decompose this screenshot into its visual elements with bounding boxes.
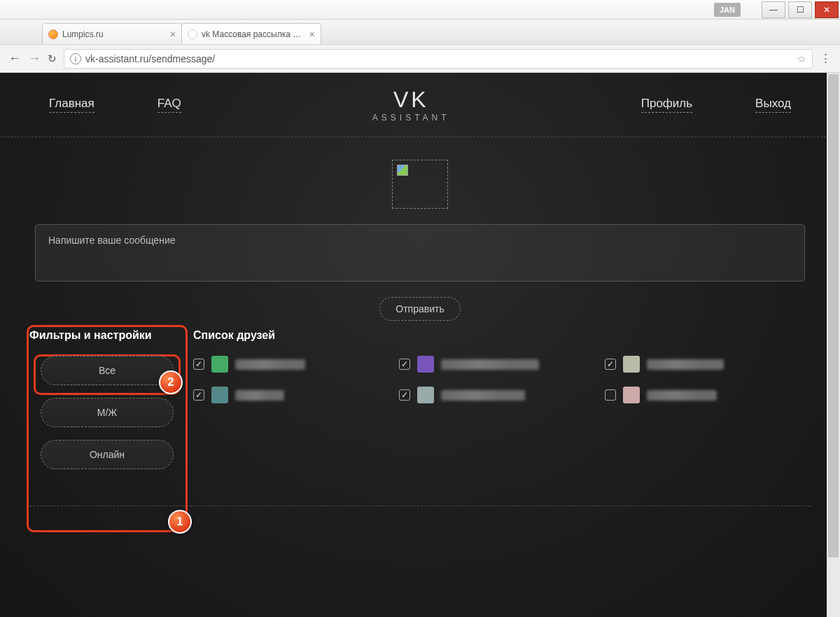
site-top-nav: Главная FAQ VK ASSISTANT Профиль Выход bbox=[0, 73, 840, 137]
filter-label: Все bbox=[99, 365, 115, 376]
reload-button[interactable]: ↻ bbox=[48, 53, 57, 65]
avatar-placeholder[interactable] bbox=[392, 160, 448, 209]
friend-item[interactable]: ✓ bbox=[605, 387, 811, 403]
friends-title: Список друзей bbox=[193, 329, 811, 342]
annotation-callout-1: 1 bbox=[168, 510, 192, 534]
friend-name-blurred bbox=[441, 390, 525, 401]
forward-button[interactable]: → bbox=[28, 51, 41, 66]
filter-label: Онлайн bbox=[90, 449, 125, 460]
friend-checkbox[interactable]: ✓ bbox=[193, 389, 204, 401]
friend-item[interactable]: ✓ bbox=[605, 356, 811, 373]
avatar bbox=[623, 356, 640, 373]
favicon-icon bbox=[188, 29, 197, 39]
tab-vk-assistant[interactable]: vk Массовая рассылка соо... × bbox=[181, 23, 321, 44]
nav-left: Главная FAQ bbox=[49, 97, 181, 113]
browser-menu-icon[interactable]: ⋮ bbox=[820, 51, 832, 66]
vertical-scrollbar[interactable] bbox=[827, 73, 840, 617]
nav-right: Профиль Выход bbox=[641, 97, 791, 113]
address-input[interactable]: i vk-assistant.ru/sendmessage/ ☆ bbox=[64, 49, 813, 69]
os-titlebar: JAN — ☐ ✕ bbox=[0, 0, 840, 20]
friend-checkbox[interactable]: ✓ bbox=[399, 359, 410, 370]
friend-name-blurred bbox=[235, 390, 284, 401]
close-window-button[interactable]: ✕ bbox=[815, 1, 839, 18]
avatar bbox=[417, 356, 434, 373]
tab-lumpics[interactable]: Lumpics.ru × bbox=[42, 23, 182, 44]
filter-all-button[interactable]: Все 2 bbox=[41, 356, 174, 385]
filter-label: М/Ж bbox=[97, 407, 117, 418]
avatar bbox=[211, 356, 228, 373]
message-placeholder: Напишите ваше сообщение bbox=[48, 235, 176, 246]
favicon-icon bbox=[48, 29, 58, 39]
friend-name-blurred bbox=[647, 359, 724, 370]
friend-item[interactable]: ✓ bbox=[193, 387, 399, 403]
tab-title: vk Массовая рассылка соо... bbox=[202, 29, 305, 39]
site-logo[interactable]: VK ASSISTANT bbox=[372, 87, 450, 123]
os-badge: JAN bbox=[714, 3, 741, 17]
friends-panel: Список друзей ✓✓✓✓✓✓ bbox=[193, 329, 811, 403]
close-tab-icon[interactable]: × bbox=[170, 29, 176, 40]
friend-item[interactable]: ✓ bbox=[193, 356, 399, 373]
annotation-callout-2: 2 bbox=[159, 370, 183, 394]
close-tab-icon[interactable]: × bbox=[309, 29, 315, 40]
nav-logout[interactable]: Выход bbox=[755, 97, 791, 113]
broken-image-icon bbox=[397, 165, 408, 176]
friend-checkbox[interactable]: ✓ bbox=[193, 359, 204, 370]
message-input[interactable]: Напишите ваше сообщение bbox=[35, 224, 805, 282]
avatar bbox=[623, 387, 640, 403]
avatar bbox=[417, 387, 434, 403]
filter-online-button[interactable]: Онлайн bbox=[41, 440, 174, 469]
friend-checkbox[interactable]: ✓ bbox=[605, 389, 616, 401]
filter-gender-button[interactable]: М/Ж bbox=[41, 398, 174, 427]
friend-item[interactable]: ✓ bbox=[399, 356, 605, 373]
logo-sub: ASSISTANT bbox=[372, 113, 450, 123]
friend-item[interactable]: ✓ bbox=[399, 387, 605, 403]
back-button[interactable]: ← bbox=[8, 51, 21, 66]
friend-checkbox[interactable]: ✓ bbox=[399, 389, 410, 401]
nav-home[interactable]: Главная bbox=[49, 97, 94, 113]
bookmark-star-icon[interactable]: ☆ bbox=[797, 53, 806, 64]
friend-name-blurred bbox=[441, 359, 539, 370]
tab-title: Lumpics.ru bbox=[62, 29, 166, 39]
nav-profile[interactable]: Профиль bbox=[641, 97, 692, 113]
nav-faq[interactable]: FAQ bbox=[158, 97, 181, 113]
send-button[interactable]: Отправить bbox=[379, 297, 460, 321]
page-viewport: Главная FAQ VK ASSISTANT Профиль Выход Н… bbox=[0, 73, 840, 617]
scrollbar-thumb[interactable] bbox=[828, 74, 839, 557]
maximize-button[interactable]: ☐ bbox=[788, 1, 812, 18]
avatar bbox=[211, 387, 228, 403]
friend-name-blurred bbox=[647, 390, 717, 401]
filters-panel: Фильтры и настройки Все 2 М/Ж Онлайн 1 bbox=[29, 329, 185, 482]
friend-name-blurred bbox=[235, 359, 305, 370]
browser-tabs: Lumpics.ru × vk Массовая рассылка соо...… bbox=[0, 20, 840, 45]
friend-checkbox[interactable]: ✓ bbox=[605, 359, 616, 370]
address-bar-row: ← → ↻ i vk-assistant.ru/sendmessage/ ☆ ⋮ bbox=[0, 45, 840, 73]
logo-top: VK bbox=[372, 87, 450, 113]
url-text: vk-assistant.ru/sendmessage/ bbox=[85, 53, 215, 64]
minimize-button[interactable]: — bbox=[762, 1, 785, 18]
site-info-icon[interactable]: i bbox=[70, 53, 81, 64]
